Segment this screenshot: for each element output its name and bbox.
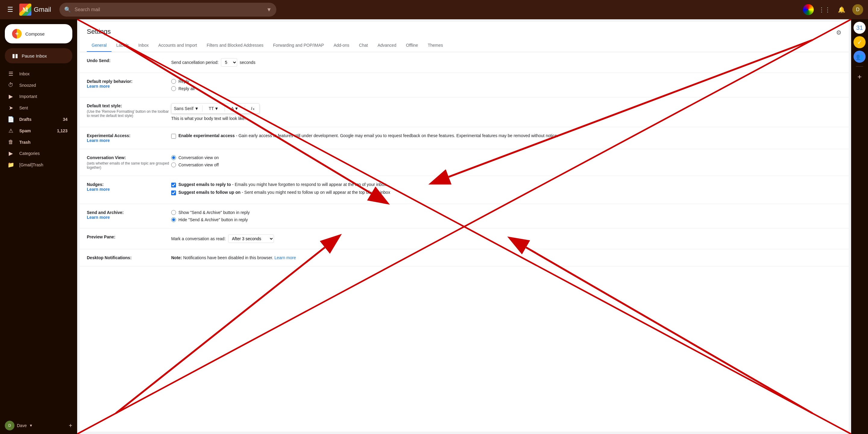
default-reply-label: Default reply behavior: Learn more: [87, 79, 171, 91]
sidebar-item-label: Drafts: [19, 117, 58, 122]
sidebar-item-important[interactable]: ▶ Important: [0, 91, 72, 102]
sidebar-item-gmail-trash[interactable]: 📁 [Gmail]Trash: [0, 159, 72, 170]
reply-all-option[interactable]: Reply all: [171, 86, 841, 91]
notifications-icon[interactable]: 🔔: [835, 4, 847, 16]
tab-forwarding[interactable]: Forwarding and POP/IMAP: [268, 39, 329, 52]
default-reply-learn-more[interactable]: Learn more: [87, 84, 110, 89]
right-add-icon[interactable]: +: [858, 73, 862, 81]
tab-offline[interactable]: Offline: [401, 39, 423, 52]
send-archive-content: Show "Send & Archive" button in reply Hi…: [171, 210, 841, 222]
experimental-learn-more[interactable]: Learn more: [87, 138, 110, 143]
send-cancel-label: Send cancellation period:: [171, 60, 218, 65]
sidebar-item-categories[interactable]: ▶ Categories: [0, 148, 72, 159]
reply-radio[interactable]: [171, 79, 176, 84]
followup-nudge-checkbox[interactable]: [171, 190, 176, 195]
tab-advanced[interactable]: Advanced: [373, 39, 401, 52]
default-text-style-content: Sans Serif ▼ TT ▼ A ▼: [171, 103, 841, 121]
sidebar-user[interactable]: D Dave ▼ +: [0, 417, 77, 434]
search-dropdown-icon[interactable]: ▼: [267, 7, 272, 13]
apps-icon[interactable]: ⋮⋮: [818, 4, 831, 16]
sidebar-item-drafts[interactable]: 📄 Drafts 34: [0, 114, 72, 125]
drafts-count: 34: [63, 117, 67, 122]
inbox-icon: ☰: [7, 70, 14, 77]
avatar[interactable]: D: [852, 4, 863, 15]
conversation-view-content: Conversation view on Conversation view o…: [171, 155, 841, 170]
conv-on-option[interactable]: Conversation view on: [171, 155, 841, 160]
search-bar[interactable]: 🔍 ▼: [59, 3, 276, 17]
default-reply-section: Default reply behavior: Learn more Reply…: [80, 73, 849, 97]
hide-archive-radio[interactable]: [171, 217, 176, 222]
tasks-icon[interactable]: ✓: [854, 36, 866, 48]
default-text-style-label: Default text style: (Use the 'Remove For…: [87, 103, 171, 121]
send-archive-label: Send and Archive: Learn more: [87, 210, 171, 222]
nudges-section: Nudges: Learn more Suggest emails to rep…: [80, 176, 849, 204]
show-archive-radio[interactable]: [171, 210, 176, 215]
conversation-view-options: Conversation view on Conversation view o…: [171, 155, 841, 167]
experimental-checkbox-item[interactable]: Enable experimental access - Gain early …: [171, 133, 841, 138]
calendar-icon[interactable]: 31: [854, 22, 866, 34]
preview-pane-section: Preview Pane: Mark a conversation as rea…: [80, 228, 849, 249]
reply-nudge-item[interactable]: Suggest emails to reply to - Emails you …: [171, 182, 841, 187]
font-color-button[interactable]: A ▼: [228, 105, 241, 112]
text-style-toolbar: Sans Serif ▼ TT ▼ A ▼: [171, 103, 259, 114]
user-avatar: D: [5, 421, 14, 430]
undo-send-label: Undo Send:: [87, 58, 171, 67]
tab-accounts[interactable]: Accounts and Import: [153, 39, 202, 52]
toolbar-separator-3: [245, 105, 245, 112]
conv-off-radio[interactable]: [171, 162, 176, 167]
right-sidebar-separator: [856, 66, 863, 67]
sidebar-item-snoozed[interactable]: ⏱ Snoozed: [0, 80, 72, 91]
send-archive-learn-more[interactable]: Learn more: [87, 215, 110, 220]
reply-option[interactable]: Reply: [171, 79, 841, 84]
preview-pane-row: Mark a conversation as read: Immediately…: [171, 235, 841, 243]
tab-addons[interactable]: Add-ons: [329, 39, 354, 52]
experimental-checkbox[interactable]: [171, 134, 176, 138]
conv-off-option[interactable]: Conversation view off: [171, 162, 841, 167]
compose-button[interactable]: + Compose: [5, 24, 72, 43]
reply-all-radio[interactable]: [171, 86, 176, 91]
contacts-icon[interactable]: 👥: [854, 51, 866, 63]
sidebar: + Compose ▮▮ Pause Inbox ☰ Inbox ⏱ Snooz…: [0, 19, 77, 434]
conversation-view-subtext: (sets whether emails of the same topic a…: [87, 161, 171, 170]
notifications-learn-more[interactable]: Learn more: [274, 255, 296, 260]
main-content: ⚙ Settings General Labels Inbox Accounts…: [77, 19, 851, 434]
show-archive-option[interactable]: Show "Send & Archive" button in reply: [171, 210, 841, 215]
clear-format-button[interactable]: Ix: [249, 105, 257, 112]
user-name: Dave: [17, 423, 27, 428]
gmail-trash-icon: 📁: [7, 161, 14, 168]
sidebar-item-spam[interactable]: ⚠ Spam 1,123: [0, 125, 72, 136]
conversation-view-section: Conversation View: (sets whether emails …: [80, 149, 849, 176]
search-input[interactable]: [74, 7, 266, 12]
nudges-learn-more[interactable]: Learn more: [87, 187, 110, 192]
settings-gear-icon[interactable]: ⚙: [836, 29, 841, 36]
cancel-period-select[interactable]: 5 10 20 30: [221, 58, 237, 67]
hamburger-icon[interactable]: ☰: [5, 3, 16, 16]
sidebar-item-sent[interactable]: ➤ Sent: [0, 102, 72, 114]
tab-general[interactable]: General: [87, 39, 112, 52]
tab-inbox[interactable]: Inbox: [133, 39, 153, 52]
sidebar-item-trash[interactable]: 🗑 Trash: [0, 136, 72, 148]
nudges-label: Nudges: Learn more: [87, 182, 171, 198]
mark-read-select[interactable]: Immediately After 1 second After 3 secon…: [228, 235, 274, 243]
font-select[interactable]: Sans Serif ▼: [174, 106, 198, 111]
reply-options: Reply Reply all: [171, 79, 841, 91]
app-name: Gmail: [34, 6, 51, 13]
tab-filters[interactable]: Filters and Blocked Addresses: [202, 39, 268, 52]
user-dropdown-icon: ▼: [29, 424, 33, 428]
pause-inbox-button[interactable]: ▮▮ Pause Inbox: [5, 48, 72, 63]
tab-themes[interactable]: Themes: [423, 39, 448, 52]
topbar: ☰ M Gmail 🔍 ▼ ⋮⋮ 🔔 D: [0, 0, 868, 19]
followup-nudge-item[interactable]: Suggest emails to follow up on - Sent em…: [171, 190, 841, 195]
settings-header: ⚙ Settings: [80, 22, 849, 36]
tab-labels[interactable]: Labels: [112, 39, 133, 52]
add-account-icon[interactable]: +: [69, 422, 72, 429]
sidebar-item-inbox[interactable]: ☰ Inbox: [0, 68, 72, 80]
app-logo: M Gmail: [19, 4, 51, 16]
font-size-button[interactable]: TT ▼: [206, 105, 221, 112]
undo-send-section: Undo Send: Send cancellation period: 5 1…: [80, 52, 849, 73]
conv-on-radio[interactable]: [171, 155, 176, 160]
rainbow-button[interactable]: [803, 4, 814, 15]
reply-nudge-checkbox[interactable]: [171, 183, 176, 187]
tab-chat[interactable]: Chat: [354, 39, 373, 52]
hide-archive-option[interactable]: Hide "Send & Archive" button in reply: [171, 217, 841, 222]
